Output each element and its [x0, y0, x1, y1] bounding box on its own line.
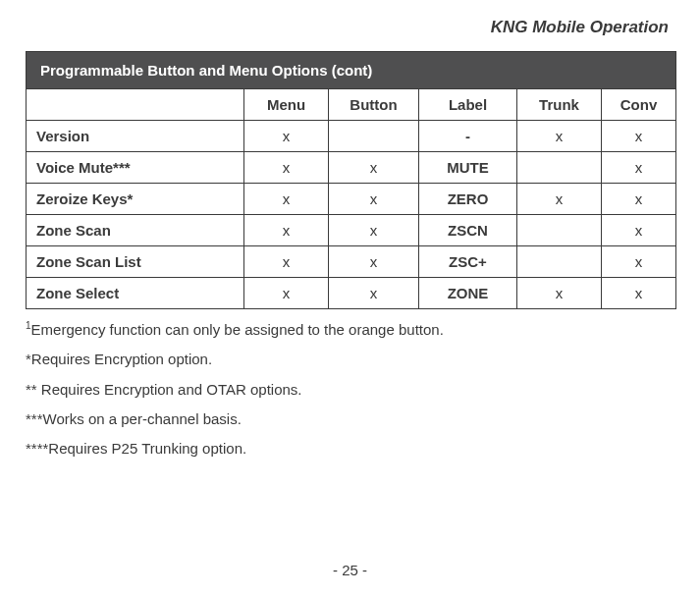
- conv-cell: x: [602, 246, 676, 278]
- label-cell: MUTE: [419, 152, 517, 184]
- feature-cell: Zone Scan: [27, 215, 244, 246]
- table-row: Zone Scan x x ZSCN x: [27, 215, 676, 246]
- footnote-2: *Requires Encryption option.: [26, 350, 674, 369]
- footnote-4: ***Works on a per-channel basis.: [26, 409, 674, 429]
- button-cell: x: [329, 246, 419, 278]
- conv-cell: x: [602, 121, 676, 152]
- table-row: Version x - x x: [27, 121, 676, 152]
- menu-cell: x: [244, 278, 329, 309]
- options-table: Programmable Button and Menu Options (co…: [26, 51, 676, 309]
- conv-cell: x: [602, 184, 676, 215]
- label-cell: -: [419, 121, 517, 152]
- menu-cell: x: [244, 184, 329, 215]
- feature-cell: Zone Select: [27, 278, 244, 309]
- trunk-cell: x: [517, 184, 602, 215]
- table-row: Voice Mute*** x x MUTE x: [27, 152, 676, 184]
- page-number: - 25 -: [0, 562, 700, 578]
- col-button: Button: [329, 89, 419, 121]
- conv-cell: x: [602, 215, 676, 246]
- menu-cell: x: [244, 246, 329, 278]
- button-cell: [329, 121, 419, 152]
- button-cell: x: [329, 278, 419, 309]
- trunk-cell: [517, 152, 602, 184]
- menu-cell: x: [244, 215, 329, 246]
- table-row: Zone Scan List x x ZSC+ x: [27, 246, 676, 278]
- col-label: Label: [419, 89, 517, 121]
- table-row: Zeroize Keys* x x ZERO x x: [27, 184, 676, 215]
- footnote-5: ****Requires P25 Trunking option.: [26, 439, 674, 459]
- footnote-3: ** Requires Encryption and OTAR options.: [26, 380, 674, 400]
- trunk-cell: [517, 215, 602, 246]
- label-cell: ZERO: [419, 184, 517, 215]
- table-title-row: Programmable Button and Menu Options (co…: [27, 52, 676, 89]
- feature-cell: Zeroize Keys*: [27, 184, 244, 215]
- footnotes: 1Emergency function can only be assigned…: [26, 319, 674, 459]
- col-conv: Conv: [602, 89, 676, 121]
- button-cell: x: [329, 152, 419, 184]
- table-title-cell: Programmable Button and Menu Options (co…: [27, 52, 676, 89]
- footnote-1: 1Emergency function can only be assigned…: [26, 319, 674, 340]
- table-row: Zone Select x x ZONE x x: [27, 278, 676, 309]
- running-head: KNG Mobile Operation: [26, 18, 674, 37]
- button-cell: x: [329, 184, 419, 215]
- trunk-cell: x: [517, 278, 602, 309]
- label-cell: ZSCN: [419, 215, 517, 246]
- conv-cell: x: [602, 278, 676, 309]
- trunk-cell: x: [517, 121, 602, 152]
- conv-cell: x: [602, 152, 676, 184]
- feature-cell: Version: [27, 121, 244, 152]
- feature-cell: Voice Mute***: [27, 152, 244, 184]
- col-feature-blank: [27, 89, 244, 121]
- menu-cell: x: [244, 121, 329, 152]
- menu-cell: x: [244, 152, 329, 184]
- feature-cell: Zone Scan List: [27, 246, 244, 278]
- col-trunk: Trunk: [517, 89, 602, 121]
- trunk-cell: [517, 246, 602, 278]
- label-cell: ZONE: [419, 278, 517, 309]
- table-title-suffix: (cont): [332, 62, 373, 79]
- table-title: Programmable Button and Menu Options: [40, 62, 328, 79]
- label-cell: ZSC+: [419, 246, 517, 278]
- footnote-1-text: Emergency function can only be assigned …: [31, 321, 444, 338]
- table-header-row: Menu Button Label Trunk Conv: [27, 89, 676, 121]
- col-menu: Menu: [244, 89, 329, 121]
- button-cell: x: [329, 215, 419, 246]
